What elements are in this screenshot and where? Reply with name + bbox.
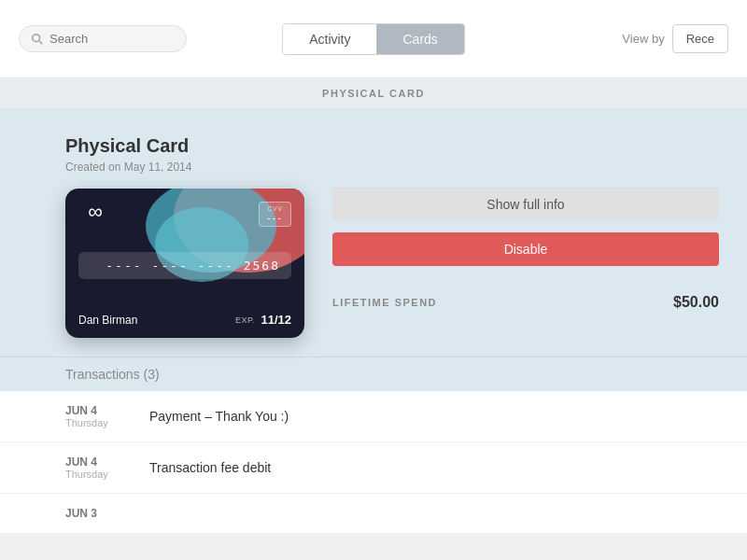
table-row: JUN 4 Thursday Payment – Thank You :) — [0, 391, 747, 442]
transaction-name-0: Payment – Thank You :) — [149, 409, 719, 424]
transaction-date-1: JUN 4 Thursday — [65, 455, 131, 480]
card-number-box: ---- ---- ---- 2568 — [78, 252, 291, 279]
svg-line-1 — [39, 41, 42, 44]
top-bar: Activity Cards View by Rece — [0, 0, 747, 78]
view-by-button[interactable]: Rece — [672, 24, 728, 53]
section-label: PHYSICAL CARD — [0, 78, 747, 109]
table-row: JUN 3 — [0, 494, 747, 534]
transaction-name-1: Transaction fee debit — [149, 460, 719, 475]
card-bottom: Dan Birman EXP. 11/12 — [78, 313, 291, 327]
transaction-date-0: JUN 4 Thursday — [65, 404, 131, 428]
lifetime-row: LIFETIME SPEND $50.00 — [332, 285, 719, 311]
search-icon — [31, 33, 44, 46]
transaction-date-day-0: JUN 4 — [65, 404, 131, 417]
card-logo: ∞ — [78, 202, 112, 222]
card-logo-symbol: ∞ — [88, 200, 103, 224]
disable-button[interactable]: Disable — [332, 232, 719, 266]
transactions-list: JUN 4 Thursday Payment – Thank You :) JU… — [0, 391, 747, 534]
search-wrapper — [19, 25, 187, 52]
view-by-area: View by Rece — [622, 24, 728, 53]
card-cvv-label: CVV — [268, 205, 283, 212]
transaction-date-weekday-0: Thursday — [65, 417, 131, 428]
svg-point-0 — [33, 34, 40, 41]
card-info-left: Physical Card Created on May 11, 2014 ∞ … — [65, 135, 304, 338]
transactions-header-text: Transactions (3) — [65, 367, 160, 382]
show-full-info-button[interactable]: Show full info — [332, 188, 719, 221]
tab-cards[interactable]: Cards — [376, 24, 463, 54]
card-exp-label: EXP. — [235, 315, 255, 325]
card-cvv-value: --- — [267, 212, 283, 223]
card-number: ---- ---- ---- 2568 — [106, 259, 280, 273]
transaction-date-weekday-1: Thursday — [65, 469, 131, 480]
tab-activity[interactable]: Activity — [283, 24, 376, 54]
search-input[interactable] — [49, 32, 171, 46]
card-exp-area: EXP. 11/12 — [235, 313, 291, 327]
card-cvv-box: CVV --- — [259, 202, 291, 227]
lifetime-value: $50.00 — [673, 294, 719, 311]
card-title: Physical Card — [65, 135, 304, 157]
card-actions: Show full info Disable — [332, 188, 719, 266]
transaction-date-day-1: JUN 4 — [65, 455, 131, 469]
transactions-header: Transactions (3) — [0, 357, 747, 391]
transaction-date-2: JUN 3 — [65, 507, 131, 520]
main-content: Physical Card Created on May 11, 2014 ∞ … — [0, 109, 747, 357]
credit-card: ∞ CVV --- ---- ---- ---- 2568 Dan Birman… — [65, 189, 304, 338]
transaction-date-day-2: JUN 3 — [65, 507, 131, 520]
card-exp-value: 11/12 — [261, 313, 291, 327]
table-row: JUN 4 Thursday Transaction fee debit — [0, 442, 747, 494]
view-by-label: View by — [622, 32, 664, 46]
card-holder: Dan Birman — [78, 314, 137, 327]
card-created: Created on May 11, 2014 — [65, 161, 304, 174]
lifetime-label: LIFETIME SPEND — [332, 297, 437, 308]
tab-group: Activity Cards — [282, 23, 465, 55]
